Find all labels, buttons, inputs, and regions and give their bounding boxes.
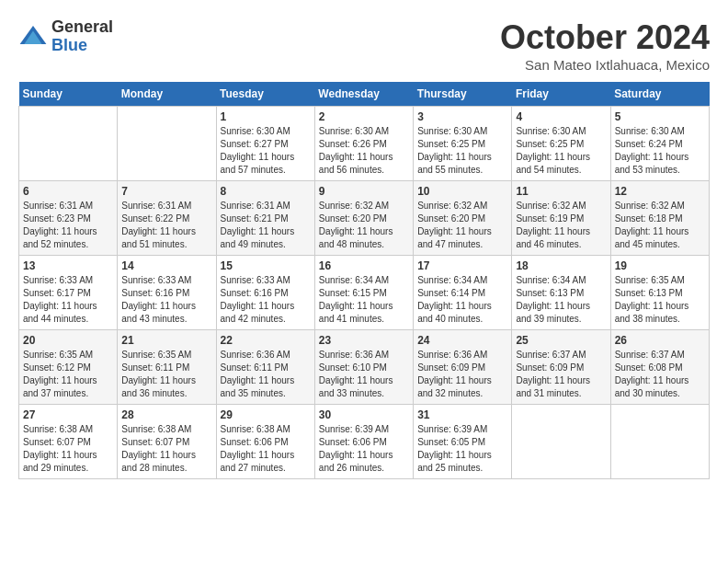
calendar-cell: 3Sunrise: 6:30 AMSunset: 6:25 PMDaylight… xyxy=(414,107,512,181)
day-info: Sunrise: 6:37 AMSunset: 6:08 PMDaylight:… xyxy=(615,349,705,400)
month-title: October 2024 xyxy=(500,18,710,57)
day-info: Sunrise: 6:32 AMSunset: 6:20 PMDaylight:… xyxy=(319,200,409,251)
calendar-cell: 20Sunrise: 6:35 AMSunset: 6:12 PMDayligh… xyxy=(19,330,118,405)
day-info: Sunrise: 6:36 AMSunset: 6:10 PMDaylight:… xyxy=(319,349,409,400)
calendar-cell: 9Sunrise: 6:32 AMSunset: 6:20 PMDaylight… xyxy=(314,181,413,256)
day-info: Sunrise: 6:31 AMSunset: 6:21 PMDaylight:… xyxy=(221,200,311,251)
day-header-saturday: Saturday xyxy=(610,82,709,107)
day-info: Sunrise: 6:32 AMSunset: 6:20 PMDaylight:… xyxy=(417,200,507,251)
calendar-cell: 4Sunrise: 6:30 AMSunset: 6:25 PMDaylight… xyxy=(512,107,610,181)
day-number: 11 xyxy=(516,185,606,198)
day-info: Sunrise: 6:30 AMSunset: 6:27 PMDaylight:… xyxy=(221,125,311,177)
calendar-week-5: 27Sunrise: 6:38 AMSunset: 6:07 PMDayligh… xyxy=(19,405,710,479)
day-info: Sunrise: 6:31 AMSunset: 6:22 PMDaylight:… xyxy=(121,200,211,251)
day-info: Sunrise: 6:33 AMSunset: 6:17 PMDaylight:… xyxy=(23,274,113,326)
title-section: October 2024 San Mateo Ixtlahuaca, Mexic… xyxy=(500,18,710,73)
day-info: Sunrise: 6:30 AMSunset: 6:24 PMDaylight:… xyxy=(615,125,705,177)
day-info: Sunrise: 6:38 AMSunset: 6:07 PMDaylight:… xyxy=(23,423,113,475)
calendar-week-1: 1Sunrise: 6:30 AMSunset: 6:27 PMDaylight… xyxy=(19,107,710,181)
day-number: 7 xyxy=(121,185,211,198)
day-info: Sunrise: 6:35 AMSunset: 6:12 PMDaylight:… xyxy=(23,349,113,400)
logo-blue: Blue xyxy=(51,37,113,55)
logo-text: General Blue xyxy=(51,18,113,55)
day-number: 30 xyxy=(319,408,409,421)
calendar-cell: 8Sunrise: 6:31 AMSunset: 6:21 PMDaylight… xyxy=(216,181,314,256)
calendar-cell: 24Sunrise: 6:36 AMSunset: 6:09 PMDayligh… xyxy=(414,330,512,405)
day-number: 28 xyxy=(121,408,211,421)
day-info: Sunrise: 6:32 AMSunset: 6:18 PMDaylight:… xyxy=(615,200,705,251)
day-info: Sunrise: 6:36 AMSunset: 6:11 PMDaylight:… xyxy=(221,349,311,400)
day-number: 25 xyxy=(516,334,606,347)
calendar-week-3: 13Sunrise: 6:33 AMSunset: 6:17 PMDayligh… xyxy=(19,256,710,330)
day-info: Sunrise: 6:35 AMSunset: 6:11 PMDaylight:… xyxy=(121,349,211,400)
day-number: 15 xyxy=(221,259,311,272)
day-header-tuesday: Tuesday xyxy=(216,82,314,107)
day-info: Sunrise: 6:34 AMSunset: 6:14 PMDaylight:… xyxy=(417,274,507,326)
day-info: Sunrise: 6:35 AMSunset: 6:13 PMDaylight:… xyxy=(615,274,705,326)
calendar-cell: 18Sunrise: 6:34 AMSunset: 6:13 PMDayligh… xyxy=(512,256,610,330)
logo: General Blue xyxy=(18,18,113,55)
day-number: 19 xyxy=(615,259,705,272)
day-info: Sunrise: 6:33 AMSunset: 6:16 PMDaylight:… xyxy=(121,274,211,326)
day-header-thursday: Thursday xyxy=(414,82,512,107)
day-info: Sunrise: 6:34 AMSunset: 6:13 PMDaylight:… xyxy=(516,274,606,326)
calendar-cell: 11Sunrise: 6:32 AMSunset: 6:19 PMDayligh… xyxy=(512,181,610,256)
calendar-cell: 12Sunrise: 6:32 AMSunset: 6:18 PMDayligh… xyxy=(610,181,709,256)
day-number: 31 xyxy=(417,408,507,421)
day-number: 13 xyxy=(23,259,113,272)
location: San Mateo Ixtlahuaca, Mexico xyxy=(500,57,710,73)
calendar-week-2: 6Sunrise: 6:31 AMSunset: 6:23 PMDaylight… xyxy=(19,181,710,256)
calendar-cell: 13Sunrise: 6:33 AMSunset: 6:17 PMDayligh… xyxy=(19,256,118,330)
day-info: Sunrise: 6:38 AMSunset: 6:07 PMDaylight:… xyxy=(121,423,211,475)
calendar-cell: 16Sunrise: 6:34 AMSunset: 6:15 PMDayligh… xyxy=(314,256,413,330)
calendar-cell: 30Sunrise: 6:39 AMSunset: 6:06 PMDayligh… xyxy=(314,405,413,479)
logo-icon xyxy=(18,22,48,52)
day-number: 14 xyxy=(121,259,211,272)
day-number: 26 xyxy=(615,334,705,347)
calendar-cell: 27Sunrise: 6:38 AMSunset: 6:07 PMDayligh… xyxy=(19,405,118,479)
day-number: 3 xyxy=(417,110,507,123)
day-info: Sunrise: 6:39 AMSunset: 6:06 PMDaylight:… xyxy=(319,423,409,475)
calendar-cell: 15Sunrise: 6:33 AMSunset: 6:16 PMDayligh… xyxy=(216,256,314,330)
day-number: 29 xyxy=(221,408,311,421)
calendar: SundayMondayTuesdayWednesdayThursdayFrid… xyxy=(18,82,710,479)
calendar-cell: 23Sunrise: 6:36 AMSunset: 6:10 PMDayligh… xyxy=(314,330,413,405)
calendar-cell xyxy=(118,107,216,181)
day-number: 18 xyxy=(516,259,606,272)
day-info: Sunrise: 6:32 AMSunset: 6:19 PMDaylight:… xyxy=(516,200,606,251)
day-info: Sunrise: 6:34 AMSunset: 6:15 PMDaylight:… xyxy=(319,274,409,326)
day-info: Sunrise: 6:33 AMSunset: 6:16 PMDaylight:… xyxy=(221,274,311,326)
day-info: Sunrise: 6:30 AMSunset: 6:26 PMDaylight:… xyxy=(319,125,409,177)
calendar-cell: 26Sunrise: 6:37 AMSunset: 6:08 PMDayligh… xyxy=(610,330,709,405)
day-header-wednesday: Wednesday xyxy=(314,82,413,107)
day-info: Sunrise: 6:38 AMSunset: 6:06 PMDaylight:… xyxy=(221,423,311,475)
calendar-cell: 6Sunrise: 6:31 AMSunset: 6:23 PMDaylight… xyxy=(19,181,118,256)
calendar-cell: 22Sunrise: 6:36 AMSunset: 6:11 PMDayligh… xyxy=(216,330,314,405)
calendar-cell: 19Sunrise: 6:35 AMSunset: 6:13 PMDayligh… xyxy=(610,256,709,330)
calendar-cell: 31Sunrise: 6:39 AMSunset: 6:05 PMDayligh… xyxy=(414,405,512,479)
calendar-cell: 10Sunrise: 6:32 AMSunset: 6:20 PMDayligh… xyxy=(414,181,512,256)
calendar-cell xyxy=(512,405,610,479)
calendar-cell: 2Sunrise: 6:30 AMSunset: 6:26 PMDaylight… xyxy=(314,107,413,181)
calendar-cell xyxy=(19,107,118,181)
day-info: Sunrise: 6:31 AMSunset: 6:23 PMDaylight:… xyxy=(23,200,113,251)
day-number: 21 xyxy=(121,334,211,347)
calendar-header-row: SundayMondayTuesdayWednesdayThursdayFrid… xyxy=(19,82,710,107)
day-header-monday: Monday xyxy=(118,82,216,107)
day-number: 2 xyxy=(319,110,409,123)
calendar-cell: 21Sunrise: 6:35 AMSunset: 6:11 PMDayligh… xyxy=(118,330,216,405)
day-number: 8 xyxy=(221,185,311,198)
day-number: 12 xyxy=(615,185,705,198)
day-info: Sunrise: 6:30 AMSunset: 6:25 PMDaylight:… xyxy=(417,125,507,177)
day-header-sunday: Sunday xyxy=(19,82,118,107)
calendar-cell: 17Sunrise: 6:34 AMSunset: 6:14 PMDayligh… xyxy=(414,256,512,330)
day-number: 4 xyxy=(516,110,606,123)
calendar-cell: 5Sunrise: 6:30 AMSunset: 6:24 PMDaylight… xyxy=(610,107,709,181)
day-number: 10 xyxy=(417,185,507,198)
day-info: Sunrise: 6:30 AMSunset: 6:25 PMDaylight:… xyxy=(516,125,606,177)
day-number: 6 xyxy=(23,185,113,198)
day-number: 20 xyxy=(23,334,113,347)
calendar-cell xyxy=(610,405,709,479)
day-number: 22 xyxy=(221,334,311,347)
day-info: Sunrise: 6:39 AMSunset: 6:05 PMDaylight:… xyxy=(417,423,507,475)
